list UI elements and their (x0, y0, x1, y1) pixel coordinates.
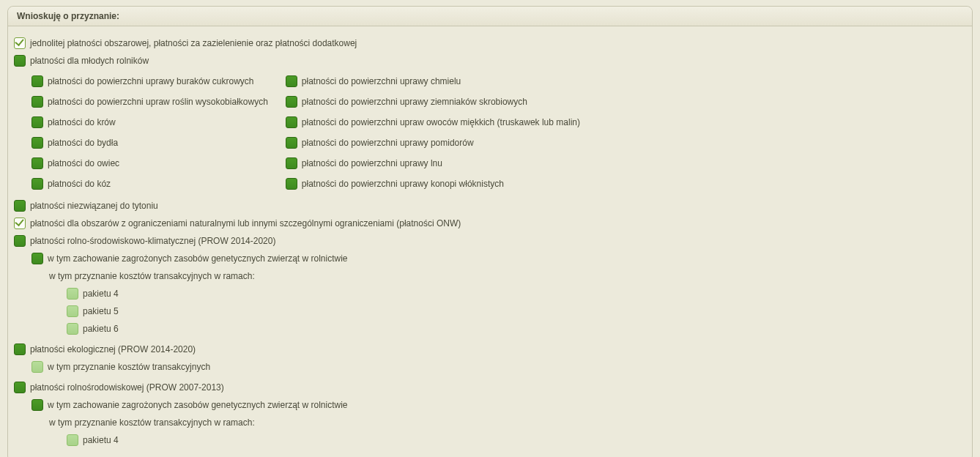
label-pakiet-6: pakietu 6 (83, 323, 119, 335)
label-onw: płatności dla obszarów z ograniczeniami … (30, 218, 461, 229)
label-chmiel: płatności do powierzchni uprawy chmielu (302, 75, 461, 87)
label-wysokobialkowe: płatności do powierzchni upraw roślin wy… (48, 96, 268, 108)
panel-body: jednolitej płatności obszarowej, płatnoś… (8, 26, 972, 457)
label-owoce-miekkie: płatności do powierzchni upraw owoców mi… (302, 116, 580, 128)
label-ekologiczna-koszty: w tym przyznanie kosztów transakcyjnych (48, 361, 210, 373)
label-ekologiczna: płatności ekologicznej (PROW 2014-2020) (30, 343, 196, 355)
checkbox-rolnosrodowiskowa[interactable] (14, 382, 26, 393)
checkbox-owoce-miekkie[interactable] (286, 116, 297, 128)
checkbox-pakiet-6[interactable] (67, 323, 78, 335)
application-panel: Wnioskuję o przyznanie: jednolitej płatn… (7, 6, 973, 457)
label-pakiet-4b: pakietu 4 (83, 434, 119, 446)
checkbox-kozy[interactable] (31, 178, 43, 190)
checkbox-wysokobialkowe[interactable] (31, 96, 43, 108)
checkbox-ekologiczna-koszty[interactable] (31, 361, 43, 373)
checkbox-jednolita-platnosc[interactable] (14, 37, 26, 49)
checkbox-pakiet-4a[interactable] (67, 288, 78, 300)
label-bydlo: płatności do bydła (48, 137, 118, 149)
checkbox-ekologiczna[interactable] (14, 343, 26, 355)
label-rolnosrodowiskowa: płatności rolnośrodowiskowej (PROW 2007-… (30, 382, 224, 393)
checkbox-bydlo[interactable] (31, 137, 43, 149)
checkbox-rolno-klimatyczna[interactable] (14, 235, 26, 247)
checkbox-rolnosrod-genetyczne[interactable] (31, 399, 43, 411)
checkbox-krowy[interactable] (31, 116, 43, 128)
checkbox-buraki[interactable] (31, 75, 43, 87)
label-mlodzi-rolnicy: płatności dla młodych rolników (30, 55, 149, 67)
label-koszty-transakcyjne: w tym przyznanie kosztów transakcyjnych … (49, 270, 255, 282)
label-rolno-klimatyczna: płatności rolno-środowiskowo-klimatyczne… (30, 235, 275, 247)
label-pakiet-5: pakietu 5 (83, 305, 119, 317)
label-genetyczne-zwierzeta: w tym zachowanie zagrożonych zasobów gen… (48, 253, 348, 264)
checkbox-genetyczne-zwierzeta[interactable] (31, 253, 43, 264)
checkbox-owce[interactable] (31, 157, 43, 169)
checkbox-pomidory[interactable] (286, 137, 297, 149)
checkbox-len[interactable] (286, 157, 297, 169)
label-rolnosrod-koszty: w tym przyznanie kosztów transakcyjnych … (49, 417, 255, 428)
label-tyton: płatności niezwiązanej do tytoniu (30, 200, 158, 212)
label-buraki: płatności do powierzchni uprawy buraków … (48, 75, 253, 87)
checkbox-tyton[interactable] (14, 200, 26, 212)
checkbox-pakiet-4b[interactable] (67, 434, 78, 446)
panel-title: Wnioskuję o przyznanie: (8, 7, 972, 26)
label-len: płatności do powierzchni uprawy lnu (302, 157, 442, 169)
label-ziemniaki: płatności do powierzchni uprawy ziemniak… (302, 96, 527, 108)
checkbox-mlodzi-rolnicy[interactable] (14, 55, 26, 67)
label-rolnosrod-genetyczne: w tym zachowanie zagrożonych zasobów gen… (48, 399, 348, 411)
checkbox-ziemniaki[interactable] (286, 96, 297, 108)
label-jednolita-platnosc: jednolitej płatności obszarowej, płatnoś… (30, 37, 357, 49)
checkbox-pakiet-5[interactable] (67, 305, 78, 317)
label-owce: płatności do owiec (48, 157, 119, 169)
payments-grid: płatności do powierzchni uprawy buraków … (14, 72, 966, 193)
checkbox-konopie[interactable] (286, 178, 297, 190)
label-pomidory: płatności do powierzchni uprawy pomidoró… (302, 137, 474, 149)
label-krowy: płatności do krów (48, 116, 116, 128)
label-pakiet-4a: pakietu 4 (83, 288, 119, 300)
checkbox-chmiel[interactable] (286, 75, 297, 87)
label-konopie: płatności do powierzchni uprawy konopi w… (302, 178, 504, 190)
label-kozy: płatności do kóz (48, 178, 111, 190)
checkbox-onw[interactable] (14, 218, 26, 229)
